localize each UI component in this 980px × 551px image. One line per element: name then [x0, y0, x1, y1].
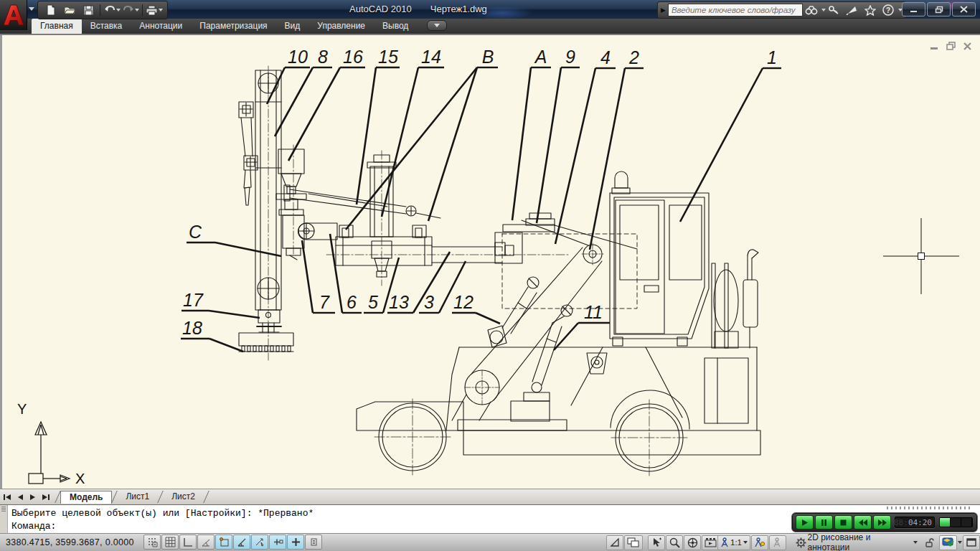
ribbon-tabs: ГлавнаяВставкаАннотацииПараметризацияВид…: [32, 19, 417, 34]
close-button[interactable]: [952, 2, 976, 17]
app-title: AutoCAD 2010: [349, 4, 412, 14]
search-input[interactable]: [668, 4, 803, 17]
layout-space-button[interactable]: [624, 535, 643, 550]
undo-button[interactable]: [103, 3, 121, 17]
auto-annotation-button[interactable]: [769, 535, 786, 550]
ribbon-tab-Вывод[interactable]: Вывод: [374, 19, 417, 34]
tab-layout2[interactable]: Лист2: [163, 491, 204, 503]
search-expander-icon[interactable]: ▶: [661, 6, 666, 14]
ribbon-tab-Управление[interactable]: Управление: [308, 19, 374, 34]
star-favorites-icon[interactable]: [862, 4, 880, 17]
callout-label: 2: [628, 47, 639, 67]
dynamic-ucs-toggle[interactable]: [251, 534, 268, 550]
recorder-progress-bar[interactable]: [939, 517, 973, 527]
callout-leader: [357, 67, 376, 204]
annotation-visibility-button[interactable]: [751, 535, 768, 550]
ribbon-collapse-button[interactable]: [427, 20, 447, 31]
screen-recorder-toolbar: 88:04:20: [791, 512, 978, 532]
quick-properties-toggle[interactable]: [305, 534, 322, 550]
callout-label: 8: [318, 47, 328, 67]
pause-button[interactable]: [815, 515, 833, 529]
grid-display-toggle[interactable]: [161, 534, 179, 550]
dynamic-input-toggle[interactable]: [269, 534, 286, 550]
trusted-dwg-button[interactable]: [939, 535, 957, 550]
polar-tracking-toggle[interactable]: [197, 534, 215, 550]
doc-close-icon[interactable]: [962, 42, 973, 50]
annotation-scale-button[interactable]: 1:1: [717, 535, 750, 550]
object-snap-tracking-toggle[interactable]: [233, 534, 250, 550]
ribbon-tab-Аннотации[interactable]: Аннотации: [131, 19, 191, 34]
model-space-button[interactable]: [606, 535, 623, 550]
callout-leader: [382, 67, 418, 217]
application-menu-button[interactable]: [0, 0, 27, 30]
wheels: [374, 399, 687, 476]
annotation-scale-caret[interactable]: [743, 541, 748, 544]
doc-minimize-icon[interactable]: [929, 42, 940, 50]
coordinates-readout: 3380.4715, 3599.3687, 0.0000: [6, 537, 134, 547]
callout-leader: [288, 67, 340, 161]
callout-label: В: [482, 47, 494, 67]
last-tab-button[interactable]: [40, 491, 52, 503]
autocad-logo-icon: [2, 3, 25, 27]
lineweight-toggle[interactable]: [287, 534, 304, 550]
undo-dropdown-caret[interactable]: [116, 9, 121, 11]
toolbar-separator: [100, 4, 100, 16]
workspace-caret[interactable]: [913, 541, 918, 544]
ucs-y-label: Y: [17, 401, 27, 417]
space-buttons: [606, 534, 643, 550]
toolbar-lock-button[interactable]: [921, 535, 938, 550]
callout-leader: [302, 240, 313, 313]
object-snap-toggle[interactable]: [215, 534, 232, 550]
ribbon-tab-Главная[interactable]: Главная: [32, 19, 82, 34]
rewind-button[interactable]: [854, 515, 872, 529]
stop-button[interactable]: [834, 515, 852, 529]
steering-wheel-button[interactable]: [684, 535, 701, 550]
binoculars-search-icon[interactable]: [803, 4, 821, 17]
tab-layout1[interactable]: Лист1: [117, 491, 158, 503]
open-folder-button[interactable]: [61, 3, 78, 17]
save-button[interactable]: [80, 3, 97, 17]
print-button[interactable]: [146, 3, 163, 17]
quick-view-drawings-button[interactable]: [648, 535, 665, 550]
new-file-button[interactable]: [42, 3, 60, 17]
redo-dropdown-caret[interactable]: [135, 9, 139, 11]
layout-tab-bar: Модель Лист1 Лист2: [0, 489, 980, 504]
help-glyph: ?: [886, 6, 890, 14]
ucs-icon: Y X: [17, 401, 85, 486]
restore-button[interactable]: [927, 2, 951, 17]
callout-label: 4: [600, 47, 611, 67]
key-icon[interactable]: [826, 4, 844, 17]
help-circle-icon[interactable]: ?: [880, 4, 897, 17]
status-overflow-caret[interactable]: [958, 541, 962, 544]
doc-restore-icon[interactable]: [946, 42, 956, 50]
snap-mode-toggle[interactable]: [143, 534, 161, 550]
callout-leader: [680, 68, 763, 222]
zoom-button[interactable]: [666, 535, 683, 550]
title-bar: AutoCAD 2010 Чертеж1.dwg ▶ ?: [0, 0, 980, 19]
print-dropdown-caret[interactable]: [159, 9, 163, 11]
redo-button[interactable]: [122, 3, 139, 17]
clean-screen-button[interactable]: [963, 535, 980, 550]
ribbon-tab-Параметризация[interactable]: Параметризация: [191, 19, 275, 34]
satellite-communication-icon[interactable]: [844, 4, 862, 17]
annotation-scale-value: 1:1: [730, 538, 742, 547]
status-bar: 3380.4715, 3599.3687, 0.0000: [0, 533, 980, 551]
command-prompt[interactable]: Команда:: [11, 521, 56, 532]
tab-model[interactable]: Модель: [60, 491, 112, 504]
previous-tab-button[interactable]: [14, 491, 26, 503]
info-center: ▶ ?: [657, 1, 906, 19]
application-menu-caret[interactable]: [29, 7, 34, 11]
drawing-canvas[interactable]: 108161514ВА9421С17187651331211 Y X: [0, 34, 980, 489]
minimize-button[interactable]: [902, 2, 925, 17]
command-window-grip[interactable]: [0, 505, 8, 534]
next-tab-button[interactable]: [27, 491, 39, 503]
fast-forward-button[interactable]: [873, 515, 891, 529]
ribbon-tab-Вид[interactable]: Вид: [276, 19, 309, 34]
play-button[interactable]: [796, 515, 814, 529]
crosshair-cursor: [883, 218, 959, 294]
annotation-tools: 1:1: [717, 534, 786, 550]
first-tab-button[interactable]: [1, 491, 13, 503]
workspace-switch-button[interactable]: 2D рисование и аннотации: [793, 535, 920, 550]
ribbon-tab-Вставка[interactable]: Вставка: [82, 19, 131, 34]
ortho-mode-toggle[interactable]: [179, 534, 197, 550]
